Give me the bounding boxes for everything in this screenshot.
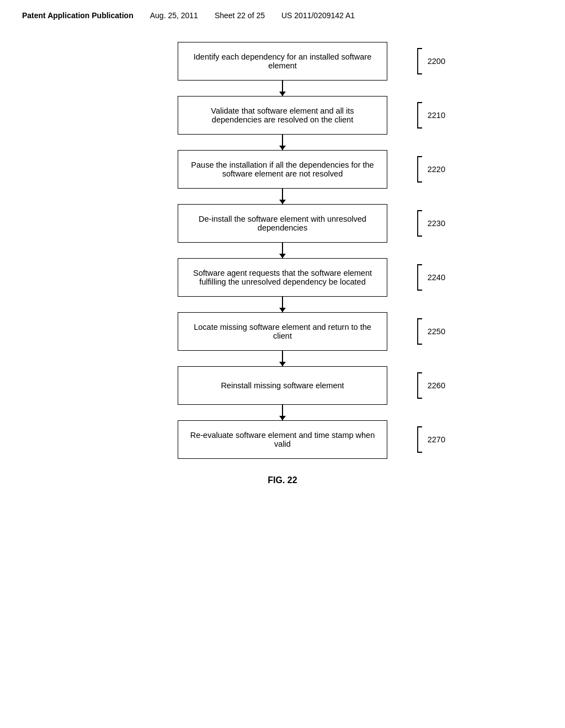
header-sheet: Sheet 22 of 25 [215, 11, 265, 20]
arrow-icon [282, 297, 283, 312]
bracket-icon [415, 47, 425, 75]
step-label-2210: 2210 [428, 111, 445, 120]
arrow-6 [89, 405, 476, 420]
bracket-icon [415, 426, 425, 453]
bracket-icon [415, 264, 425, 291]
step-box-2200: Identify each dependency for an installe… [178, 42, 387, 81]
step-label-2250: 2250 [428, 327, 445, 336]
flow-row-2230: De-install the software element with unr… [89, 204, 476, 243]
page-header: Patent Application Publication Aug. 25, … [22, 11, 543, 20]
step-box-2270: Re-evaluate software element and time st… [178, 420, 387, 459]
arrow-icon [282, 243, 283, 258]
arrow-2 [89, 189, 476, 204]
arrow-icon [282, 81, 283, 96]
flow-row-2250: Locate missing software element and retu… [89, 312, 476, 351]
arrow-1 [89, 135, 476, 150]
arrow-3 [89, 243, 476, 258]
flow-item-2240: Software agent requests that the softwar… [89, 258, 476, 297]
flow-row-2220: Pause the installation if all the depend… [89, 150, 476, 189]
header-title: Patent Application Publication [22, 11, 134, 20]
flow-row-2200: Identify each dependency for an installe… [89, 42, 476, 81]
figure-label: FIG. 22 [22, 475, 543, 485]
flow-item-2200: Identify each dependency for an installe… [89, 42, 476, 81]
arrow-5 [89, 351, 476, 366]
step-box-2230: De-install the software element with unr… [178, 204, 387, 243]
step-label-2220: 2220 [428, 165, 445, 174]
flow-item-2230: De-install the software element with unr… [89, 204, 476, 243]
flow-item-2260: Reinstall missing software element2260 [89, 366, 476, 405]
flow-row-2240: Software agent requests that the softwar… [89, 258, 476, 297]
step-label-2230: 2230 [428, 219, 445, 228]
bracket-icon [415, 101, 425, 129]
flow-row-2260: Reinstall missing software element2260 [89, 366, 476, 405]
flow-diagram: Identify each dependency for an installe… [89, 42, 476, 459]
step-label-2200: 2200 [428, 57, 445, 66]
arrow-icon [282, 405, 283, 420]
flow-item-2250: Locate missing software element and retu… [89, 312, 476, 351]
step-label-2260: 2260 [428, 381, 445, 390]
flow-item-2210: Validate that software element and all i… [89, 96, 476, 135]
step-label-2240: 2240 [428, 273, 445, 282]
flow-item-2220: Pause the installation if all the depend… [89, 150, 476, 189]
flow-item-2270: Re-evaluate software element and time st… [89, 420, 476, 459]
arrow-icon [282, 135, 283, 150]
bracket-icon [415, 372, 425, 399]
step-box-2220: Pause the installation if all the depend… [178, 150, 387, 189]
arrow-0 [89, 81, 476, 96]
bracket-icon [415, 318, 425, 345]
bracket-icon [415, 210, 425, 237]
flow-row-2210: Validate that software element and all i… [89, 96, 476, 135]
step-box-2240: Software agent requests that the softwar… [178, 258, 387, 297]
flow-row-2270: Re-evaluate software element and time st… [89, 420, 476, 459]
header-date: Aug. 25, 2011 [150, 11, 198, 20]
arrow-icon [282, 351, 283, 366]
step-label-2270: 2270 [428, 435, 445, 444]
bracket-icon [415, 156, 425, 183]
step-box-2250: Locate missing software element and retu… [178, 312, 387, 351]
step-box-2260: Reinstall missing software element [178, 366, 387, 405]
step-box-2210: Validate that software element and all i… [178, 96, 387, 135]
header-patent: US 2011/0209142 A1 [281, 11, 355, 20]
arrow-icon [282, 189, 283, 204]
arrow-4 [89, 297, 476, 312]
page: Patent Application Publication Aug. 25, … [0, 0, 565, 728]
